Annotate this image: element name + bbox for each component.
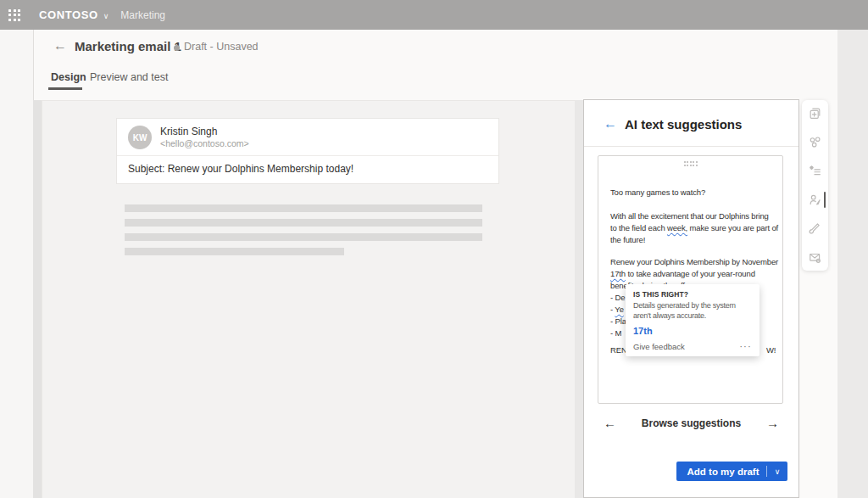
add-element-icon[interactable] — [808, 106, 822, 120]
org-name: CONTOSO — [39, 8, 98, 21]
tooltip-heading: IS THIS RIGHT? — [633, 290, 752, 299]
give-feedback-link[interactable]: Give feedback — [633, 342, 685, 351]
active-tab-underline — [48, 87, 82, 90]
app-launcher-waffle-icon[interactable] — [0, 0, 29, 30]
chevron-down-icon: ∨ — [103, 12, 109, 20]
suggestion-line: to the field each week, make sure you ar… — [610, 222, 773, 234]
status-text: Draft - Unsaved — [184, 41, 259, 53]
selected-tool-indicator — [824, 192, 826, 208]
email-header-block[interactable]: KW Kristin Singh <hello@contoso.com> Sub… — [116, 118, 499, 184]
skeleton-bar — [125, 248, 344, 255]
sender-name: Kristin Singh — [160, 126, 217, 137]
subject-row: Subject: Renew your Dolphins Membership … — [117, 156, 498, 183]
canvas-panel-gap — [575, 100, 583, 498]
add-to-my-draft-button[interactable]: Add to my draft ∨ — [676, 462, 787, 481]
suggestion-line: Too many games to watch? — [610, 187, 773, 199]
suggestion-card[interactable]: Too many games to watch?With all the exc… — [598, 155, 783, 404]
page-title: Marketing email 1 — [75, 39, 181, 53]
waffle-icon — [8, 9, 20, 21]
status-dot — [174, 45, 180, 51]
suggestion-line: Renew your Dolphins Membership by Novemb… — [610, 256, 773, 268]
avatar: KW — [128, 126, 152, 149]
area-label: Marketing — [120, 9, 165, 21]
tooltip-body: Details generated by the system aren't a… — [633, 301, 752, 321]
chevron-down-icon[interactable]: ∨ — [767, 467, 787, 476]
tab-preview-and-test[interactable]: Preview and test — [90, 71, 168, 83]
back-button[interactable]: ← — [53, 38, 67, 53]
tab-design[interactable]: Design — [51, 71, 86, 83]
collapsed-left-rail — [33, 100, 42, 498]
panel-header: ← AI text suggestions — [584, 100, 798, 147]
page-header: ← Marketing email 1 Draft - Unsaved Desi… — [33, 30, 837, 100]
panel-title: AI text suggestions — [625, 117, 742, 131]
browse-row: ← Browse suggestions → — [584, 416, 798, 433]
content-ideas-icon[interactable] — [808, 164, 822, 178]
shapes-icon[interactable] — [808, 135, 822, 149]
email-settings-icon[interactable] — [808, 250, 822, 265]
top-bar: CONTOSO ∨ Marketing — [0, 0, 868, 30]
add-button-label: Add to my draft — [676, 467, 766, 477]
email-design-canvas: KW Kristin Singh <hello@contoso.com> Sub… — [42, 100, 575, 498]
skeleton-bar — [125, 219, 482, 227]
ai-text-icon[interactable] — [808, 193, 822, 207]
brush-icon[interactable] — [808, 221, 822, 236]
editor-tool-rail — [802, 100, 828, 271]
suggestion-line — [610, 246, 773, 256]
app-window: CONTOSO ∨ Marketing ← Marketing email 1 … — [0, 0, 868, 498]
skeleton-bar — [125, 204, 482, 212]
tooltip-value-link[interactable]: 17th — [633, 326, 752, 336]
tooltip-footer: Give feedback ··· — [633, 342, 752, 351]
next-suggestion-button[interactable]: → — [766, 416, 779, 430]
org-selector[interactable]: CONTOSO ∨ — [39, 8, 108, 21]
more-options-icon[interactable]: ··· — [740, 342, 753, 351]
drag-handle-icon[interactable] — [684, 161, 698, 166]
suggestion-line: the future! — [610, 234, 773, 246]
sender-row: KW Kristin Singh <hello@contoso.com> — [117, 119, 498, 156]
subject-text: Subject: Renew your Dolphins Membership … — [128, 163, 353, 175]
right-background — [837, 30, 868, 498]
suggestion-line: With all the excitement that our Dolphin… — [610, 210, 773, 222]
panel-back-button[interactable]: ← — [604, 116, 617, 131]
ai-disclaimer-tooltip: IS THIS RIGHT? Details generated by the … — [626, 284, 760, 356]
skeleton-bar — [125, 233, 482, 241]
suggestion-line: 17th to take advantage of your year-roun… — [610, 268, 773, 280]
suggestion-line — [610, 199, 773, 210]
ai-suggestions-panel: ← AI text suggestions Too many games to … — [583, 99, 799, 498]
sender-address: <hello@contoso.com> — [160, 138, 249, 148]
